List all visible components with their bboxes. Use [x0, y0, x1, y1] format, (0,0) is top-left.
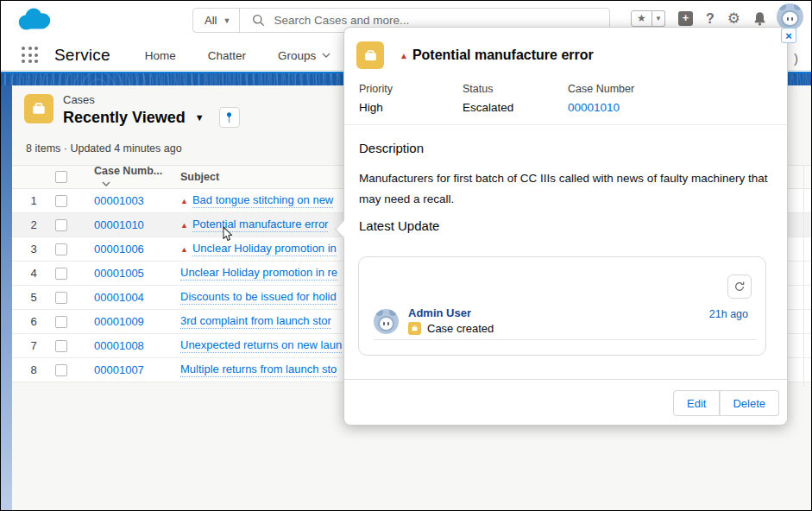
subject-link[interactable]: Discounts to be issued for holid [180, 290, 337, 305]
quick-create-plus-icon[interactable]: + [678, 11, 693, 26]
subject-link[interactable]: Unexpected returns on new laun [180, 338, 342, 353]
feed-action-text: Case created [427, 322, 494, 335]
nav-overflow-fragment: ) [794, 51, 798, 66]
field-case-number: Case Number 00001010 [568, 83, 634, 114]
search-icon [252, 14, 265, 27]
tab-chatter[interactable]: Chatter [208, 49, 246, 62]
row-checkbox[interactable] [55, 364, 67, 376]
chevron-down-icon [322, 53, 330, 58]
select-all-checkbox[interactable] [55, 171, 67, 183]
close-icon[interactable]: × [781, 28, 796, 43]
row-number: 4 [12, 267, 55, 280]
row-checkbox[interactable] [55, 316, 67, 328]
row-checkbox[interactable] [55, 292, 67, 304]
row-number: 6 [12, 315, 55, 328]
popover-divider [344, 124, 787, 125]
escalated-triangle-icon: ▲ [180, 245, 188, 254]
case-number-link[interactable]: 00001003 [94, 194, 144, 207]
subject-link[interactable]: Unclear Holiday promotion in [192, 242, 337, 256]
favorites-star-icon[interactable]: ★ [631, 10, 652, 27]
case-number-link[interactable]: 00001005 [94, 267, 144, 280]
list-summary: 8 items · Updated 4 minutes ago [26, 142, 182, 155]
search-scope-label: All [205, 14, 217, 27]
subject-link[interactable]: Multiple returns from launch sto [180, 363, 337, 377]
case-number-link[interactable]: 00001009 [94, 315, 144, 328]
subject-link[interactable]: Bad tongue stitching on new [192, 193, 333, 208]
row-number: 3 [12, 243, 55, 256]
list-view-selector[interactable]: Recently Viewed [63, 109, 186, 127]
row-number: 2 [12, 218, 55, 231]
header-actions: ★▼ + ? ⚙ [631, 10, 766, 27]
screen: All ▼ ★▼ + ? ⚙ [0, 0, 812, 511]
field-status: Status Escalated [463, 83, 513, 114]
case-preview-popover: × ▲ Potential manufacture error Priority… [343, 27, 788, 426]
favorites-caret-icon[interactable]: ▼ [652, 10, 665, 27]
description-text: Manufacturers for first batch of CC IIIs… [359, 168, 777, 210]
edit-button[interactable]: Edit [673, 390, 720, 416]
feed-avatar[interactable] [374, 309, 399, 334]
row-checkbox[interactable] [55, 268, 67, 280]
caret-down-icon: ▼ [223, 16, 230, 25]
refresh-button[interactable] [727, 274, 752, 299]
column-header-case-number[interactable]: Case Numb... [94, 165, 162, 177]
subject-link[interactable]: Potential manufacture error [192, 218, 329, 232]
case-number-link[interactable]: 00001006 [94, 243, 144, 256]
escalated-triangle-icon: ▲ [180, 197, 188, 205]
app-name: Service [54, 46, 110, 65]
case-number-link[interactable]: 00001008 [94, 339, 144, 352]
case-mini-icon [408, 322, 421, 335]
case-number-link[interactable]: 00001004 [94, 291, 144, 304]
tab-home[interactable]: Home [145, 49, 176, 62]
popover-footer-divider [344, 379, 787, 380]
subject-link[interactable]: Unclear Holiday promotion in re [180, 266, 337, 281]
row-number: 8 [12, 363, 55, 376]
case-number-link[interactable]: 00001010 [94, 218, 144, 231]
row-number: 5 [12, 291, 55, 304]
row-checkbox[interactable] [55, 195, 67, 207]
table-column-rule [803, 165, 804, 387]
favorites-group: ★▼ [631, 10, 665, 27]
entity-label: Cases [63, 93, 95, 106]
latest-update-heading: Latest Update [359, 218, 439, 233]
help-icon[interactable]: ? [706, 11, 714, 27]
case-object-icon [356, 41, 384, 69]
salesforce-logo-icon[interactable] [15, 5, 54, 35]
row-number: 7 [12, 339, 55, 352]
sort-chevron-icon[interactable] [102, 181, 110, 186]
row-number: 1 [12, 194, 55, 207]
case-number-link[interactable]: 00001010 [568, 101, 634, 114]
row-checkbox[interactable] [55, 243, 67, 256]
row-checkbox[interactable] [55, 340, 67, 352]
pin-view-button[interactable] [219, 107, 240, 128]
description-heading: Description [359, 141, 424, 155]
case-object-icon [24, 94, 54, 123]
field-priority: Priority High [359, 83, 393, 114]
search-input[interactable] [265, 14, 609, 27]
escalated-triangle-icon: ▲ [400, 51, 408, 60]
delete-button[interactable]: Delete [720, 390, 779, 416]
feed-author-link[interactable]: Admin User [408, 306, 471, 319]
page-left-gutter [1, 85, 12, 510]
popover-case-title: Potential manufacture error [412, 47, 594, 63]
row-checkbox[interactable] [55, 219, 67, 231]
latest-update-card: Admin User Case created 21h ago [358, 256, 766, 356]
notifications-bell-icon[interactable] [753, 11, 766, 26]
view-caret-down-icon[interactable]: ▼ [195, 112, 205, 123]
search-scope-dropdown[interactable]: All ▼ [193, 9, 240, 32]
feed-timestamp[interactable]: 21h ago [709, 308, 748, 320]
subject-link[interactable]: 3rd complaint from launch stor [180, 314, 331, 329]
escalated-triangle-icon: ▲ [180, 221, 188, 230]
setup-gear-icon[interactable]: ⚙ [727, 11, 740, 26]
app-launcher-icon[interactable] [22, 47, 39, 64]
tab-groups[interactable]: Groups [278, 49, 330, 62]
feed-divider [374, 339, 757, 340]
case-number-link[interactable]: 00001007 [94, 363, 144, 376]
